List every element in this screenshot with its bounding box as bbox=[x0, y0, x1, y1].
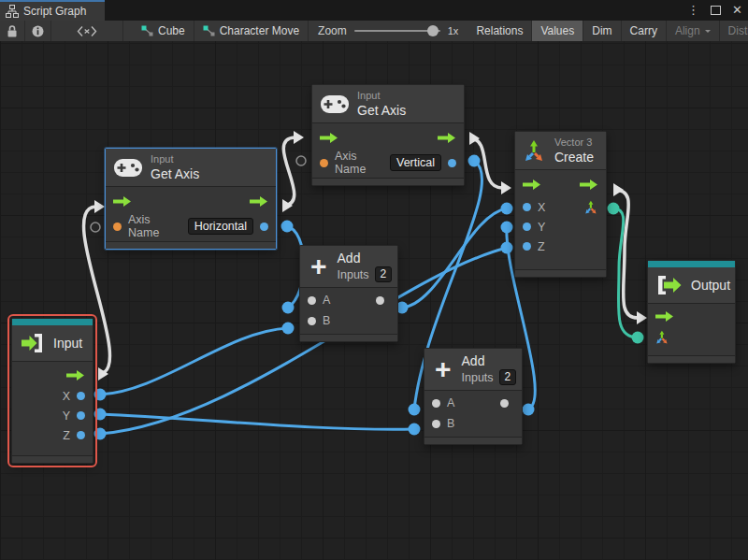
node-header[interactable]: + Add Inputs 2 bbox=[300, 246, 397, 288]
flow-in-port[interactable] bbox=[523, 179, 541, 190]
breadcrumb-character-move-label: Character Move bbox=[220, 24, 299, 37]
breadcrumb-cube-label: Cube bbox=[158, 24, 185, 37]
unity-visual-scripting-window: Script Graph ⋮ ✕ bbox=[0, 0, 748, 560]
tab-title: Script Graph bbox=[23, 5, 86, 18]
distribute-dropdown[interactable]: Distribute bbox=[720, 21, 748, 41]
flow-out-port[interactable] bbox=[580, 179, 598, 190]
vector3-out-port[interactable] bbox=[584, 200, 598, 214]
sum-out-port[interactable] bbox=[500, 399, 509, 408]
flow-in-port[interactable] bbox=[113, 196, 132, 207]
dim-button[interactable]: Dim bbox=[583, 21, 621, 41]
gamepad-icon bbox=[114, 159, 142, 177]
maximize-icon[interactable] bbox=[711, 6, 721, 15]
chevron-down-icon bbox=[705, 30, 711, 36]
string-port[interactable] bbox=[320, 159, 328, 167]
event-header-strip bbox=[12, 319, 93, 325]
graph-hierarchy-icon bbox=[6, 5, 19, 18]
node-title: Get Axis bbox=[151, 166, 199, 181]
node-title: Add bbox=[338, 251, 393, 266]
node-header[interactable]: Input bbox=[12, 325, 93, 362]
edit-script-button[interactable] bbox=[51, 21, 123, 41]
string-port[interactable] bbox=[113, 223, 122, 231]
relations-button[interactable]: Relations bbox=[468, 21, 532, 41]
flow-out-port[interactable] bbox=[250, 196, 268, 207]
lock-button[interactable] bbox=[0, 21, 25, 41]
align-dropdown[interactable]: Align bbox=[667, 21, 720, 41]
y-out-port[interactable] bbox=[77, 411, 85, 420]
axis-name-field[interactable]: Horizontal bbox=[188, 218, 253, 235]
flow-out-port[interactable] bbox=[438, 133, 456, 143]
zoom-slider[interactable] bbox=[354, 30, 440, 32]
node-vector3-create[interactable]: Vector 3 Create X Y bbox=[514, 131, 607, 278]
node-get-axis-vertical[interactable]: Input Get Axis Axis Name Vertical bbox=[311, 84, 465, 186]
window-controls: ⋮ ✕ bbox=[687, 0, 742, 21]
port-label: Y bbox=[63, 409, 70, 423]
relations-label: Relations bbox=[476, 24, 523, 37]
y-in-port[interactable] bbox=[523, 223, 531, 231]
port-label: A bbox=[447, 396, 454, 409]
node-add-2[interactable]: + Add Inputs 2 A B bbox=[424, 348, 523, 445]
lock-icon bbox=[7, 25, 18, 37]
float-out-port[interactable] bbox=[260, 223, 268, 231]
node-footer bbox=[424, 437, 522, 444]
port-label: X bbox=[538, 201, 545, 214]
tab-script-graph[interactable]: Script Graph bbox=[0, 0, 105, 21]
node-output[interactable]: Output bbox=[647, 260, 736, 364]
port-label: B bbox=[447, 417, 454, 430]
tab-bar: Script Graph ⋮ ✕ bbox=[0, 0, 748, 21]
node-add-1[interactable]: + Add Inputs 2 A B bbox=[299, 245, 398, 342]
inputs-count-field[interactable]: 2 bbox=[499, 369, 517, 385]
axis-name-field[interactable]: Vertical bbox=[390, 154, 441, 171]
node-input[interactable]: Input X Y Z bbox=[11, 318, 94, 464]
sum-out-port[interactable] bbox=[376, 296, 384, 305]
node-header[interactable]: Vector 3 Create bbox=[515, 132, 606, 170]
input-b-port[interactable] bbox=[432, 420, 440, 428]
inputs-count-field[interactable]: 2 bbox=[375, 266, 393, 282]
flow-in-port[interactable] bbox=[320, 133, 338, 143]
output-icon bbox=[656, 275, 683, 295]
carry-button[interactable]: Carry bbox=[622, 21, 667, 41]
node-footer bbox=[515, 269, 606, 277]
breadcrumb-character-move[interactable]: Character Move bbox=[194, 21, 309, 41]
port-label: B bbox=[323, 314, 330, 327]
node-category: Input bbox=[357, 90, 406, 102]
node-category: Vector 3 bbox=[554, 136, 594, 149]
script-graph-icon bbox=[203, 25, 215, 36]
z-in-port[interactable] bbox=[523, 242, 531, 251]
flow-out-port[interactable] bbox=[66, 370, 85, 381]
node-category: Input bbox=[151, 153, 199, 165]
node-get-axis-horizontal[interactable]: Input Get Axis Axis Name Horizontal bbox=[105, 148, 277, 250]
add-icon: + bbox=[310, 254, 327, 279]
input-a-port[interactable] bbox=[308, 296, 316, 305]
x-in-port[interactable] bbox=[523, 203, 531, 211]
close-icon[interactable]: ✕ bbox=[732, 0, 742, 21]
menu-kebab-icon[interactable]: ⋮ bbox=[687, 0, 699, 21]
port-label: Axis Name bbox=[128, 213, 175, 239]
port-label: Z bbox=[538, 240, 545, 253]
node-header[interactable]: + Add Inputs 2 bbox=[424, 349, 522, 391]
info-icon bbox=[32, 25, 44, 37]
x-out-port[interactable] bbox=[77, 392, 85, 400]
carry-label: Carry bbox=[630, 24, 657, 37]
float-out-port[interactable] bbox=[448, 159, 456, 167]
node-header[interactable]: Input Get Axis bbox=[312, 85, 464, 123]
breadcrumb-cube[interactable]: Cube bbox=[133, 21, 194, 41]
node-title: Get Axis bbox=[357, 103, 406, 118]
z-out-port[interactable] bbox=[77, 431, 85, 439]
zoom-control: Zoom 1x bbox=[309, 21, 468, 41]
info-button[interactable] bbox=[25, 21, 51, 41]
zoom-slider-knob[interactable] bbox=[427, 25, 439, 36]
node-footer bbox=[312, 178, 464, 185]
input-a-port[interactable] bbox=[432, 399, 440, 408]
values-label: Values bbox=[540, 24, 574, 37]
node-title: Create bbox=[554, 150, 594, 165]
input-b-port[interactable] bbox=[308, 317, 316, 325]
event-header-strip bbox=[648, 261, 735, 267]
node-title: Input bbox=[53, 336, 82, 351]
node-header[interactable]: Input Get Axis bbox=[106, 149, 276, 187]
port-label: Axis Name bbox=[335, 150, 377, 176]
vector3-in-port[interactable] bbox=[655, 330, 669, 344]
node-header[interactable]: Output bbox=[648, 267, 735, 304]
values-button[interactable]: Values bbox=[532, 21, 583, 41]
flow-in-port[interactable] bbox=[655, 311, 674, 322]
